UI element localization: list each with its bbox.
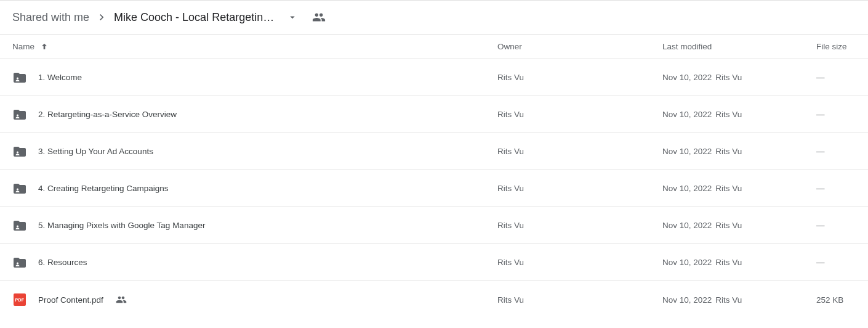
folder-row[interactable]: 3. Setting Up Your Ad AccountsRits VuNov…	[0, 133, 868, 170]
svg-point-1	[17, 114, 18, 116]
cell-modified: Nov 10, 2022Rits Vu	[662, 110, 816, 119]
shared-folder-icon	[12, 218, 27, 233]
column-header-name[interactable]: Name	[12, 42, 497, 52]
modified-by: Rits Vu	[715, 73, 742, 82]
cell-size: 252 KB	[816, 295, 856, 305]
column-header-name-label: Name	[12, 42, 34, 51]
svg-point-2	[17, 151, 18, 153]
file-name: 2. Retargeting-as-a-Service Overview	[38, 110, 177, 119]
file-name: 5. Managing Pixels with Google Tag Manag…	[38, 221, 205, 230]
cell-name: 1. Welcome	[12, 70, 497, 85]
modified-date: Nov 10, 2022	[662, 110, 712, 119]
cell-owner: Rits Vu	[497, 110, 662, 119]
file-row[interactable]: PDFProof Content.pdfRits VuNov 10, 2022R…	[0, 281, 868, 318]
modified-by: Rits Vu	[715, 221, 742, 230]
breadcrumb: Shared with me Mike Cooch - Local Retarg…	[0, 0, 868, 35]
cell-size: —	[816, 221, 856, 230]
modified-date: Nov 10, 2022	[662, 295, 712, 305]
modified-by: Rits Vu	[715, 147, 742, 156]
file-name: 4. Creating Retargeting Campaigns	[38, 184, 169, 193]
cell-modified: Nov 10, 2022Rits Vu	[662, 184, 816, 193]
column-header-row: Name Owner Last modified File size	[0, 35, 868, 59]
cell-owner: Rits Vu	[497, 295, 662, 305]
modified-by: Rits Vu	[715, 258, 742, 267]
file-list: 1. WelcomeRits VuNov 10, 2022Rits Vu—2. …	[0, 59, 868, 318]
shared-folder-icon	[12, 144, 27, 159]
folder-row[interactable]: 5. Managing Pixels with Google Tag Manag…	[0, 207, 868, 244]
modified-date: Nov 10, 2022	[662, 258, 712, 267]
modified-by: Rits Vu	[715, 184, 742, 193]
shared-folder-icon	[12, 255, 27, 270]
column-header-size[interactable]: File size	[816, 42, 856, 51]
cell-name: PDFProof Content.pdf	[12, 292, 497, 307]
cell-name: 4. Creating Retargeting Campaigns	[12, 181, 497, 196]
cell-name: 5. Managing Pixels with Google Tag Manag…	[12, 218, 497, 233]
shared-folder-icon	[12, 181, 27, 196]
cell-name: 6. Resources	[12, 255, 497, 270]
folder-row[interactable]: 6. ResourcesRits VuNov 10, 2022Rits Vu—	[0, 244, 868, 281]
modified-date: Nov 10, 2022	[662, 184, 712, 193]
modified-date: Nov 10, 2022	[662, 147, 712, 156]
folder-row[interactable]: 2. Retargeting-as-a-Service OverviewRits…	[0, 96, 868, 133]
modified-date: Nov 10, 2022	[662, 221, 712, 230]
file-name: Proof Content.pdf	[38, 295, 103, 305]
modified-by: Rits Vu	[715, 110, 742, 119]
cell-name: 2. Retargeting-as-a-Service Overview	[12, 107, 497, 122]
file-name: 1. Welcome	[38, 73, 82, 82]
cell-modified: Nov 10, 2022Rits Vu	[662, 221, 816, 230]
cell-name: 3. Setting Up Your Ad Accounts	[12, 144, 497, 159]
svg-point-3	[17, 188, 18, 190]
breadcrumb-root[interactable]: Shared with me	[12, 11, 89, 24]
cell-modified: Nov 10, 2022Rits Vu	[662, 73, 816, 82]
folder-row[interactable]: 4. Creating Retargeting CampaignsRits Vu…	[0, 170, 868, 207]
cell-size: —	[816, 73, 856, 82]
cell-owner: Rits Vu	[497, 221, 662, 230]
column-header-owner[interactable]: Owner	[497, 42, 662, 51]
shared-folder-icon	[12, 107, 27, 122]
column-header-modified[interactable]: Last modified	[662, 42, 816, 51]
pdf-icon: PDF	[12, 292, 27, 307]
file-name: 3. Setting Up Your Ad Accounts	[38, 147, 153, 156]
cell-size: —	[816, 258, 856, 267]
svg-point-4	[17, 225, 18, 227]
shared-folder-icon	[12, 70, 27, 85]
cell-owner: Rits Vu	[497, 73, 662, 82]
cell-modified: Nov 10, 2022Rits Vu	[662, 147, 816, 156]
cell-owner: Rits Vu	[497, 184, 662, 193]
chevron-right-icon	[95, 11, 108, 23]
modified-by: Rits Vu	[715, 295, 742, 305]
file-name: 6. Resources	[38, 258, 87, 267]
cell-owner: Rits Vu	[497, 258, 662, 267]
cell-size: —	[816, 147, 856, 156]
cell-modified: Nov 10, 2022Rits Vu	[662, 258, 816, 267]
folder-dropdown[interactable]	[284, 9, 301, 26]
cell-size: —	[816, 110, 856, 119]
svg-point-0	[17, 77, 18, 79]
arrow-up-icon	[39, 42, 49, 52]
svg-point-5	[17, 262, 18, 264]
cell-owner: Rits Vu	[497, 147, 662, 156]
breadcrumb-current[interactable]: Mike Cooch - Local Retargetin…	[114, 11, 274, 24]
cell-size: —	[816, 184, 856, 193]
cell-modified: Nov 10, 2022Rits Vu	[662, 295, 816, 305]
people-icon[interactable]	[312, 10, 326, 24]
modified-date: Nov 10, 2022	[662, 73, 712, 82]
shared-icon	[116, 294, 127, 305]
folder-row[interactable]: 1. WelcomeRits VuNov 10, 2022Rits Vu—	[0, 59, 868, 96]
